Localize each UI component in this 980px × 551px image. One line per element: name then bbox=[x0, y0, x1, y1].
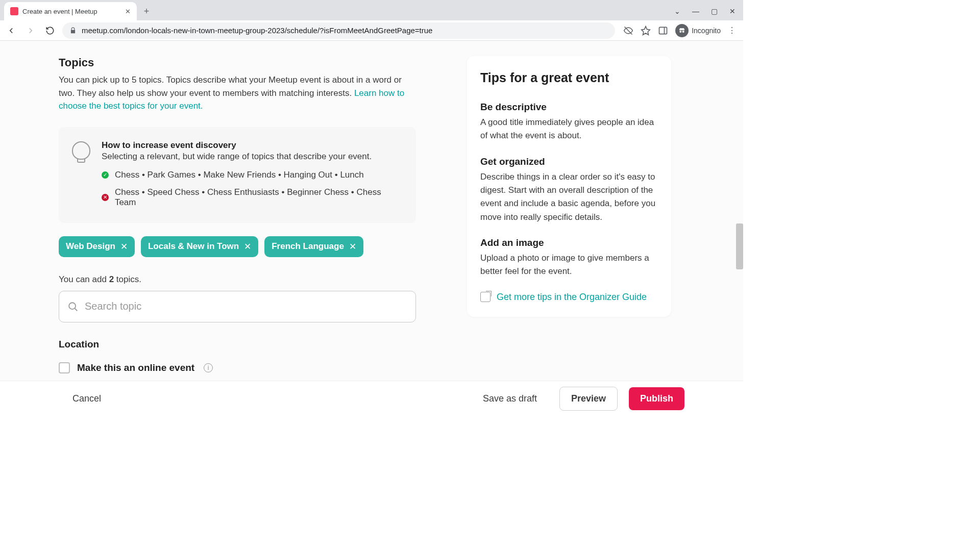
favicon-icon bbox=[10, 7, 18, 15]
browser-toolbar: meetup.com/london-locals-new-in-town-mee… bbox=[0, 20, 743, 41]
remove-chip-icon[interactable]: ✕ bbox=[349, 241, 356, 252]
tips-column: Tips for a great event Be descriptive A … bbox=[467, 56, 671, 381]
svg-line-5 bbox=[75, 308, 78, 311]
topics-remaining: You can add 2 topics. bbox=[59, 274, 416, 285]
toolbar-right: Incognito ⋮ bbox=[620, 24, 739, 37]
tip-heading: Add an image bbox=[480, 237, 658, 248]
url-text: meetup.com/london-locals-new-in-town-mee… bbox=[82, 26, 432, 35]
tip-text: Upload a photo or image to give members … bbox=[480, 252, 658, 279]
bad-example-text: Chess • Speed Chess • Chess Enthusiasts … bbox=[115, 187, 403, 208]
svg-point-4 bbox=[69, 303, 76, 309]
new-tab-button[interactable]: + bbox=[139, 4, 154, 19]
incognito-badge[interactable]: Incognito bbox=[675, 24, 721, 37]
x-icon: ✕ bbox=[102, 194, 109, 201]
main-column: Topics You can pick up to 5 topics. Topi… bbox=[59, 56, 416, 381]
svg-point-2 bbox=[680, 31, 682, 33]
chip-label: Web Design bbox=[66, 241, 115, 252]
tips-panel: Tips for a great event Be descriptive A … bbox=[467, 56, 671, 317]
window-controls: ⌄ ― ▢ ✕ bbox=[674, 7, 743, 20]
scrollbar-thumb[interactable] bbox=[736, 223, 743, 269]
page-content: Topics You can pick up to 5 topics. Topi… bbox=[0, 41, 743, 381]
forward-button[interactable] bbox=[23, 23, 38, 38]
online-event-row[interactable]: Make this an online event i bbox=[59, 362, 416, 373]
info-icon[interactable]: i bbox=[204, 363, 213, 372]
search-icon bbox=[67, 301, 79, 312]
topic-chip[interactable]: French Language ✕ bbox=[264, 236, 363, 257]
topics-heading: Topics bbox=[59, 56, 416, 69]
topic-search-input[interactable] bbox=[85, 300, 407, 312]
svg-point-3 bbox=[682, 31, 684, 33]
incognito-label: Incognito bbox=[692, 27, 721, 35]
topic-search-box[interactable] bbox=[59, 291, 416, 322]
chip-label: French Language bbox=[272, 241, 344, 252]
eye-off-icon[interactable] bbox=[623, 26, 633, 36]
organizer-guide-link[interactable]: Get more tips in the Organizer Guide bbox=[480, 292, 658, 303]
external-link-icon bbox=[480, 292, 491, 302]
browser-tab-strip: Create an event | Meetup ✕ + ⌄ ― ▢ ✕ bbox=[0, 0, 743, 20]
remove-chip-icon[interactable]: ✕ bbox=[120, 241, 128, 252]
footer-bar: Cancel Save as draft Preview Publish bbox=[0, 381, 743, 416]
panel-icon[interactable] bbox=[658, 26, 668, 36]
bad-example-row: ✕ Chess • Speed Chess • Chess Enthusiast… bbox=[102, 187, 403, 208]
online-event-checkbox[interactable] bbox=[59, 362, 70, 373]
chevron-down-icon[interactable]: ⌄ bbox=[674, 7, 681, 15]
tip-text: Describe things in a clear order so it's… bbox=[480, 170, 658, 224]
lock-icon bbox=[69, 27, 77, 34]
svg-rect-0 bbox=[659, 27, 667, 34]
tip-text: A good title immediately gives people an… bbox=[480, 116, 658, 143]
selected-topics: Web Design ✕ Locals & New in Town ✕ Fren… bbox=[59, 236, 416, 257]
close-tab-icon[interactable]: ✕ bbox=[125, 8, 131, 15]
address-bar[interactable]: meetup.com/london-locals-new-in-town-mee… bbox=[62, 22, 615, 39]
tip-heading: Be descriptive bbox=[480, 102, 658, 113]
incognito-icon bbox=[675, 24, 689, 37]
save-draft-button[interactable]: Save as draft bbox=[472, 387, 548, 410]
good-example-text: Chess • Park Games • Make New Friends • … bbox=[115, 170, 364, 180]
topic-chip[interactable]: Locals & New in Town ✕ bbox=[141, 236, 258, 257]
topics-description: You can pick up to 5 topics. Topics desc… bbox=[59, 73, 416, 113]
check-icon: ✓ bbox=[102, 171, 109, 179]
back-button[interactable] bbox=[4, 23, 18, 38]
lightbulb-icon bbox=[72, 141, 90, 160]
good-example-row: ✓ Chess • Park Games • Make New Friends … bbox=[102, 170, 403, 180]
tab-title: Create an event | Meetup bbox=[22, 8, 121, 15]
chip-label: Locals & New in Town bbox=[148, 241, 239, 252]
location-heading: Location bbox=[59, 339, 416, 350]
minimize-icon[interactable]: ― bbox=[692, 7, 699, 15]
footer-right: Save as draft Preview Publish bbox=[472, 387, 684, 411]
discovery-tip-box: How to increase event discovery Selectin… bbox=[59, 127, 416, 223]
tips-panel-title: Tips for a great event bbox=[480, 70, 658, 85]
kebab-menu-icon[interactable]: ⋮ bbox=[728, 26, 736, 35]
close-window-icon[interactable]: ✕ bbox=[729, 7, 736, 15]
tip-heading: Get organized bbox=[480, 156, 658, 167]
maximize-icon[interactable]: ▢ bbox=[710, 7, 718, 15]
publish-button[interactable]: Publish bbox=[629, 387, 684, 410]
topic-chip[interactable]: Web Design ✕ bbox=[59, 236, 135, 257]
star-icon[interactable] bbox=[641, 26, 651, 36]
online-event-label: Make this an online event bbox=[77, 362, 194, 373]
preview-button[interactable]: Preview bbox=[559, 387, 618, 411]
tip-box-title: How to increase event discovery bbox=[102, 140, 403, 151]
browser-tab[interactable]: Create an event | Meetup ✕ bbox=[4, 2, 137, 20]
tip-box-subtitle: Selecting a relevant, but wide range of … bbox=[102, 152, 403, 162]
cancel-button[interactable]: Cancel bbox=[61, 387, 112, 410]
reload-button[interactable] bbox=[43, 23, 57, 38]
remove-chip-icon[interactable]: ✕ bbox=[244, 241, 251, 252]
